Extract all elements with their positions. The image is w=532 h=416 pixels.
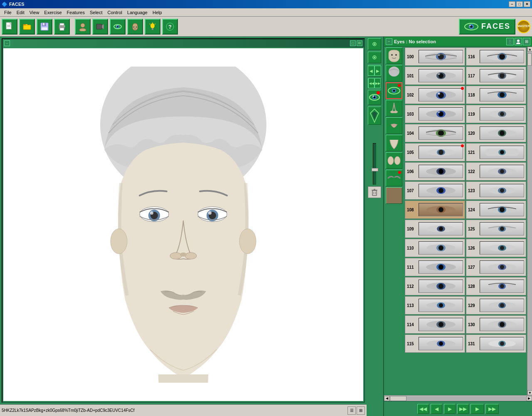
menu-file[interactable]: File: [2, 9, 14, 16]
close-button[interactable]: ✕: [524, 1, 530, 7]
age-progression-button[interactable]: [75, 19, 91, 35]
minimize-button[interactable]: −: [509, 1, 515, 7]
eye-item-100[interactable]: 100: [405, 47, 465, 66]
eyes-grid-area[interactable]: 100 116 101: [404, 47, 527, 395]
face-window-maximize[interactable]: □: [350, 40, 356, 46]
maximize-button[interactable]: □: [516, 1, 523, 7]
open-button[interactable]: [19, 19, 35, 35]
side-slider[interactable]: [373, 143, 376, 185]
eye-item-126[interactable]: 126: [466, 239, 526, 257]
eye-item-103[interactable]: 103: [405, 105, 465, 123]
view-button[interactable]: [110, 19, 126, 35]
feature-chin[interactable]: [386, 135, 402, 151]
status-btn-list[interactable]: ☰: [347, 406, 356, 415]
menu-exercise[interactable]: Exercise: [42, 9, 64, 16]
eye-item-112[interactable]: 112: [405, 277, 465, 295]
face-window-restore[interactable]: ⧉: [357, 40, 362, 46]
video-button[interactable]: [92, 19, 108, 35]
eye-item-109[interactable]: 109: [405, 220, 465, 238]
eye-item-114[interactable]: 114: [405, 315, 465, 334]
eye-item-123[interactable]: 123: [466, 181, 526, 200]
eyes-user-button[interactable]: [515, 38, 522, 45]
side-slider-thumb[interactable]: [372, 168, 378, 171]
scrollbar-up-button[interactable]: ▲: [527, 47, 532, 52]
menu-help[interactable]: Help: [150, 9, 165, 16]
side-gear-1[interactable]: [368, 38, 381, 50]
eye-item-122[interactable]: 122: [466, 162, 526, 181]
side-gear-2[interactable]: [368, 52, 381, 63]
eye-item-105[interactable]: 105: [405, 143, 465, 161]
eye-item-102[interactable]: 102: [405, 86, 465, 104]
menu-language[interactable]: Language: [125, 9, 150, 16]
eye-item-110[interactable]: 110: [405, 239, 465, 257]
eyes-grid-button[interactable]: ⊞: [523, 38, 530, 45]
scrollbar-down-button[interactable]: ▼: [527, 390, 532, 395]
side-prev-button[interactable]: ◀: [368, 66, 374, 76]
eye-item-119[interactable]: 119: [466, 105, 526, 123]
scroll-left-button[interactable]: ◀: [384, 396, 390, 401]
menu-select[interactable]: Select: [87, 9, 105, 16]
eye-item-116[interactable]: 116: [466, 47, 526, 66]
feature-eyes[interactable]: [386, 82, 402, 99]
side-shape-button[interactable]: [368, 106, 381, 125]
help-button[interactable]: ?: [162, 19, 178, 35]
side-eyes-feature[interactable]: [368, 90, 381, 105]
feature-hair[interactable]: [386, 65, 402, 82]
eyes-prev-button[interactable]: ◀: [431, 404, 442, 414]
eyes-info-button[interactable]: ⋮: [506, 38, 514, 45]
eye-item-111[interactable]: 111: [405, 258, 465, 276]
eye-item-125[interactable]: 125: [466, 220, 526, 238]
eye-item-104[interactable]: 104: [405, 124, 465, 142]
scrollbar-track[interactable]: [527, 52, 532, 390]
face-canvas: [3, 48, 363, 401]
eyes-play-button[interactable]: ▶: [470, 404, 484, 414]
light-button[interactable]: [145, 19, 160, 35]
face-window-minimize[interactable]: −: [4, 40, 10, 46]
eye-item-108[interactable]: 108: [405, 201, 465, 219]
scrollbar-thumb[interactable]: [527, 53, 532, 66]
menu-control[interactable]: Control: [105, 9, 125, 16]
horizontal-scrollbar-thumb[interactable]: [390, 396, 406, 401]
eye-item-106[interactable]: 106: [405, 162, 465, 181]
side-last-button[interactable]: ▶▶: [374, 78, 381, 88]
status-btn-grid[interactable]: ⊞: [357, 406, 365, 415]
eye-item-107[interactable]: 107: [405, 181, 465, 200]
eye-item-131[interactable]: 131: [466, 334, 526, 353]
eye-item-117[interactable]: 117: [466, 67, 526, 85]
eyes-titlebar-minimize[interactable]: −: [386, 38, 392, 45]
eye-item-124[interactable]: 124: [466, 201, 526, 219]
horizontal-scrollbar-track[interactable]: [390, 396, 526, 401]
menu-features[interactable]: Features: [64, 9, 87, 16]
save-as-button[interactable]: [37, 19, 52, 35]
feature-eyebrows[interactable]: [386, 170, 402, 186]
feature-ears[interactable]: [386, 152, 402, 169]
eyes-play-all-button[interactable]: ▶▶: [485, 404, 499, 414]
side-delete-button[interactable]: [368, 186, 381, 198]
eye-item-115[interactable]: 115: [405, 334, 465, 353]
eyes-first-button[interactable]: ◀◀: [417, 404, 429, 414]
eye-item-121[interactable]: 121: [466, 143, 526, 161]
side-first-button[interactable]: ◀◀: [368, 78, 374, 88]
eye-item-118[interactable]: 118: [466, 86, 526, 104]
side-next-button[interactable]: ▶: [374, 66, 381, 76]
new-button[interactable]: [2, 19, 17, 35]
eyes-next-button[interactable]: ▶: [444, 404, 456, 414]
eye-item-128[interactable]: 128: [466, 277, 526, 295]
face-button[interactable]: [127, 19, 143, 35]
eye-item-120[interactable]: 120: [466, 124, 526, 142]
eye-item-129[interactable]: 129: [466, 296, 526, 314]
feature-nose[interactable]: [386, 100, 402, 116]
eye-item-127[interactable]: 127: [466, 258, 526, 276]
svg-point-56: [374, 97, 376, 99]
eye-item-101[interactable]: 101: [405, 67, 465, 85]
eyes-last-button[interactable]: ▶▶: [457, 404, 469, 414]
scroll-right-button[interactable]: ▶: [526, 396, 532, 401]
menu-view[interactable]: View: [27, 9, 42, 16]
print-button[interactable]: [54, 19, 70, 35]
feature-wrinkles[interactable]: [386, 187, 402, 204]
eye-item-130[interactable]: 130: [466, 315, 526, 334]
eye-item-113[interactable]: 113: [405, 296, 465, 314]
menu-edit[interactable]: Edit: [14, 9, 27, 16]
feature-mouth[interactable]: [386, 117, 402, 134]
feature-face[interactable]: [386, 47, 402, 64]
